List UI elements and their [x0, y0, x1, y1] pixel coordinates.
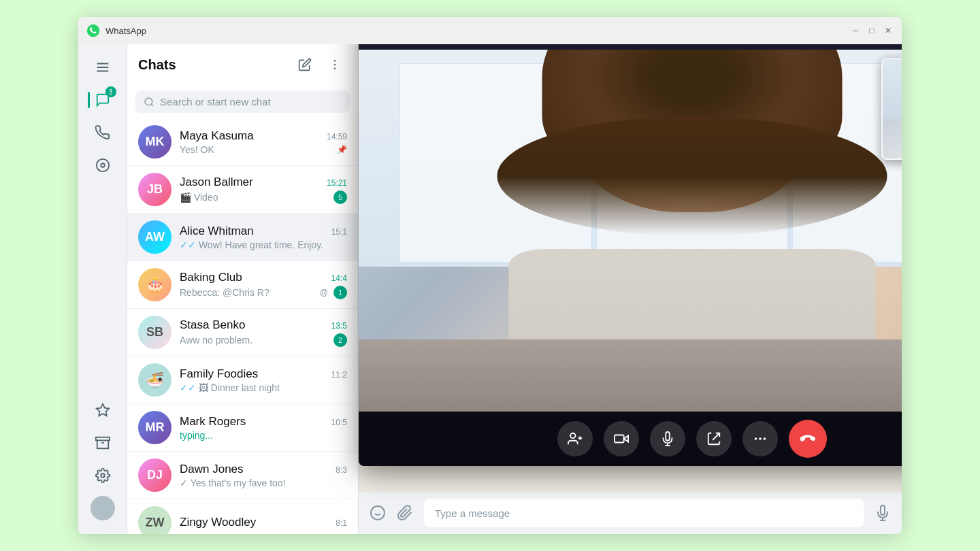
more-options-button[interactable]	[742, 421, 778, 456]
emoji-button[interactable]	[370, 505, 386, 521]
svg-point-21	[570, 433, 575, 438]
chats-header: Chats	[127, 44, 358, 85]
app-body: 3	[78, 44, 902, 534]
avatar: 🎂	[138, 268, 172, 301]
avatar: SB	[138, 316, 172, 349]
pin-icon: 📌	[337, 145, 347, 154]
svg-rect-24	[615, 435, 624, 443]
search-icon	[144, 97, 154, 107]
svg-point-28	[755, 437, 757, 440]
svg-point-13	[145, 98, 152, 105]
new-chat-button[interactable]	[293, 52, 317, 77]
chat-name: Stasa Benko	[180, 318, 245, 332]
chat-info: Stasa Benko 13:5 Aww no problem. 2	[180, 318, 347, 347]
menu-button[interactable]	[323, 52, 347, 77]
svg-marker-25	[624, 435, 628, 441]
list-item[interactable]: 🍜 Family Foodies 11:2 ✓✓ 🖼 Dinner last n…	[127, 356, 358, 404]
pip-video-bg	[883, 59, 902, 158]
list-item[interactable]: DJ Dawn Jones 8:3 ✓ Yes that's my fave t…	[127, 452, 358, 499]
list-item[interactable]: ZW Zingy Woodley 8:1	[127, 499, 358, 534]
search-input-wrapper	[135, 90, 350, 113]
maximize-button[interactable]: □	[866, 25, 877, 36]
list-item[interactable]: JB Jason Ballmer 15:21 🎬 Video 5	[127, 166, 358, 214]
chat-list: MK Maya Kasuma 14:59 Yes! OK 📌	[127, 118, 358, 534]
add-participant-button[interactable]	[557, 421, 593, 456]
chats-title: Chats	[138, 57, 176, 73]
avatar: MR	[138, 411, 172, 444]
chat-time: 10:5	[331, 418, 347, 427]
message-bar	[359, 492, 902, 534]
list-item[interactable]: MK Maya Kasuma 14:59 Yes! OK 📌	[127, 118, 358, 166]
close-button[interactable]: ✕	[883, 25, 894, 36]
chat-info: Baking Club 14:4 Rebecca: @Chris R? @ 1	[180, 271, 347, 299]
chat-time: 15:21	[327, 178, 347, 188]
list-item[interactable]: 🎂 Baking Club 14:4 Rebecca: @Chris R? @ …	[127, 261, 358, 309]
sidebar-settings-icon[interactable]	[88, 461, 118, 490]
chat-name: Dawn Jones	[180, 463, 244, 476]
video-hair	[542, 50, 843, 176]
chat-time: 14:4	[331, 273, 347, 283]
title-bar: WhatsApp ─ □ ✕	[78, 17, 902, 44]
chat-preview: ✓ Yes that's my fave too!	[180, 478, 347, 488]
chat-time: 14:59	[327, 132, 347, 141]
chat-time: 8:1	[336, 518, 347, 528]
sidebar-calls-icon[interactable]	[88, 118, 118, 148]
chat-time: 15:1	[331, 227, 347, 237]
mute-button[interactable]	[650, 421, 685, 456]
chat-info: Zingy Woodley 8:1	[180, 516, 347, 531]
list-item[interactable]: AW Alice Whitman 15:1 ✓✓ Wow! Have great…	[127, 214, 358, 261]
chat-name: Alice Whitman	[180, 224, 254, 238]
video-call-window: Susanna Davis End-to-end encrypted ─ □ ✕	[359, 44, 902, 466]
svg-point-5	[101, 163, 105, 167]
vc-video-area	[359, 50, 902, 412]
list-item[interactable]: MR Mark Rogers 10:5 typing...	[127, 404, 358, 452]
chat-name: Maya Kasuma	[180, 129, 254, 143]
chat-name: Jason Ballmer	[180, 176, 253, 189]
chat-info: Family Foodies 11:2 ✓✓ 🖼 Dinner last nig…	[180, 367, 347, 393]
chat-main: Susanna Davis End-to-end encrypted ─ □ ✕	[359, 44, 902, 534]
at-icon: @	[320, 288, 328, 297]
list-item[interactable]: SB Stasa Benko 13:5 Aww no problem. 2	[127, 309, 358, 356]
message-input[interactable]	[424, 499, 864, 527]
video-toggle-button[interactable]	[604, 421, 639, 456]
sidebar-menu-icon[interactable]	[88, 52, 118, 82]
chat-info: Dawn Jones 8:3 ✓ Yes that's my fave too!	[180, 463, 347, 488]
end-call-button[interactable]	[789, 420, 827, 458]
sidebar-archive-icon[interactable]	[88, 428, 118, 458]
avatar: AW	[138, 220, 172, 254]
chat-preview: Yes! OK	[180, 144, 337, 155]
chat-time: 11:2	[331, 370, 347, 380]
pip-window-bg	[883, 59, 902, 119]
sidebar-starred-icon[interactable]	[88, 395, 118, 425]
chats-header-icons	[293, 52, 347, 77]
attach-button[interactable]	[397, 505, 413, 521]
vc-pip	[881, 58, 902, 160]
minimize-button[interactable]: ─	[850, 25, 861, 36]
svg-point-15	[371, 506, 385, 520]
chat-name: Zingy Woodley	[180, 516, 256, 529]
svg-marker-6	[96, 404, 108, 416]
chat-info: Jason Ballmer 15:21 🎬 Video 5	[180, 176, 347, 204]
screen-share-button[interactable]	[696, 421, 732, 456]
chat-time: 13:5	[331, 321, 347, 331]
search-input[interactable]	[160, 96, 342, 107]
svg-point-10	[334, 60, 336, 62]
svg-rect-7	[95, 437, 109, 441]
unread-badge: 5	[333, 190, 347, 204]
sidebar-top: 3	[88, 50, 118, 395]
svg-point-30	[764, 437, 766, 440]
vc-title-bar: Susanna Davis End-to-end encrypted ─ □ ✕	[359, 44, 902, 50]
svg-point-29	[759, 437, 762, 440]
window-controls: ─ □ ✕	[850, 25, 894, 36]
user-avatar	[91, 496, 115, 520]
unread-badge: 1	[333, 286, 347, 299]
chats-badge: 3	[105, 86, 116, 97]
sidebar-chats-icon[interactable]: 3	[88, 85, 118, 115]
svg-point-4	[96, 159, 108, 171]
app-title: WhatsApp	[105, 26, 850, 36]
svg-point-11	[334, 64, 336, 66]
sidebar-profile[interactable]	[88, 493, 118, 523]
mic-button[interactable]	[875, 505, 891, 521]
chat-preview: ✓✓ 🖼 Dinner last night	[180, 382, 347, 393]
sidebar-status-icon[interactable]	[88, 150, 118, 180]
